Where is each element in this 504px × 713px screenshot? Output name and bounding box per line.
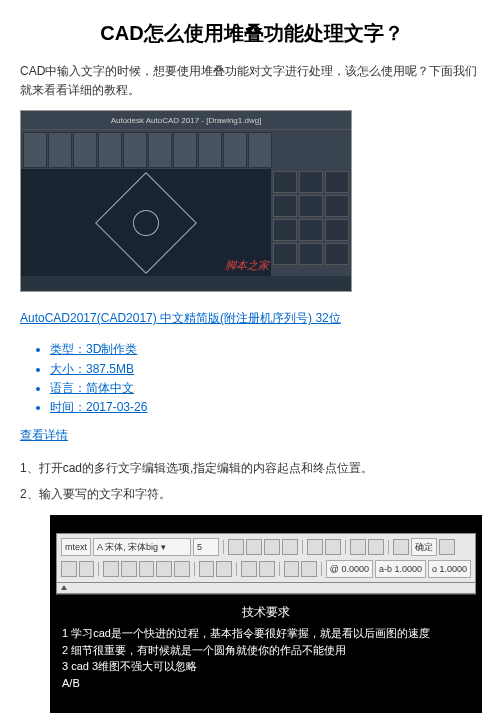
editor-toolbar: mtext A 宋体, 宋体big ▾ 5 确定 bbox=[56, 533, 476, 583]
color-icon bbox=[368, 539, 384, 555]
ribbon-button bbox=[23, 132, 47, 168]
tool-button bbox=[273, 219, 297, 241]
redo-icon bbox=[325, 539, 341, 555]
meta-type[interactable]: 类型：3D制作类 bbox=[50, 340, 484, 359]
bold-icon bbox=[228, 539, 244, 555]
ribbon-button bbox=[98, 132, 122, 168]
list-number-icon bbox=[199, 561, 215, 577]
uppercase-icon bbox=[241, 561, 257, 577]
undo-icon bbox=[307, 539, 323, 555]
tool-button bbox=[325, 219, 349, 241]
ribbon-button bbox=[73, 132, 97, 168]
style-selector: mtext bbox=[61, 538, 91, 556]
stack-icon bbox=[350, 539, 366, 555]
tool-button bbox=[299, 171, 323, 193]
font-selector: A 宋体, 宋体big ▾ bbox=[93, 538, 191, 556]
ribbon-button bbox=[148, 132, 172, 168]
tool-button bbox=[273, 243, 297, 265]
font-size: 5 bbox=[193, 538, 219, 556]
align-dist-icon bbox=[174, 561, 190, 577]
step-2: 2、输入要写的文字和字符。 bbox=[20, 484, 484, 506]
ribbon-button bbox=[48, 132, 72, 168]
content-line: 2 细节很重要，有时候就是一个圆角就使你的作品不能使用 bbox=[62, 642, 470, 659]
tracking: a-b 1.0000 bbox=[375, 560, 426, 578]
watermark: 脚本之家 bbox=[225, 258, 269, 273]
tool-button bbox=[299, 195, 323, 217]
field-icon bbox=[301, 561, 317, 577]
tool-button bbox=[273, 171, 297, 193]
cad-app-title: Autodesk AutoCAD 2017 - [Drawing1.dwg] bbox=[25, 116, 347, 125]
page-title: CAD怎么使用堆叠功能处理文字？ bbox=[20, 20, 484, 47]
align-center-icon bbox=[121, 561, 137, 577]
cad-ribbon bbox=[21, 130, 351, 173]
meta-size[interactable]: 大小：387.5MB bbox=[50, 360, 484, 379]
align-left-icon bbox=[103, 561, 119, 577]
cad-tool-panel bbox=[271, 169, 351, 276]
cad-screenshot: Autodesk AutoCAD 2017 - [Drawing1.dwg] 脚… bbox=[20, 110, 352, 292]
tool-button bbox=[325, 195, 349, 217]
ribbon-button bbox=[248, 132, 272, 168]
content-line: A/B bbox=[62, 675, 470, 692]
tool-button bbox=[299, 219, 323, 241]
content-line: 3 cad 3维图不强大可以忽略 bbox=[62, 658, 470, 675]
tool-button bbox=[325, 171, 349, 193]
toolbar-row-2: @ 0.0000 a-b 1.0000 o 1.0000 bbox=[59, 558, 473, 580]
editor-ruler bbox=[56, 583, 476, 594]
underline-icon bbox=[264, 539, 280, 555]
content-heading: 技术要求 bbox=[62, 603, 470, 621]
more-icon bbox=[79, 561, 95, 577]
intro-text: CAD中输入文字的时候，想要使用堆叠功能对文字进行处理，该怎么使用呢？下面我们就… bbox=[20, 62, 484, 100]
overline-icon bbox=[282, 539, 298, 555]
ribbon-button bbox=[223, 132, 247, 168]
align-right-icon bbox=[139, 561, 155, 577]
toolbar-row-1: mtext A 宋体, 宋体big ▾ 5 确定 bbox=[59, 536, 473, 558]
ruler-icon bbox=[393, 539, 409, 555]
download-link[interactable]: AutoCAD2017(CAD2017) 中文精简版(附注册机序列号) 32位 bbox=[20, 310, 341, 327]
tool-button bbox=[299, 243, 323, 265]
columns-icon bbox=[61, 561, 77, 577]
align-justify-icon bbox=[156, 561, 172, 577]
tool-button bbox=[273, 195, 297, 217]
width-factor: o 1.0000 bbox=[428, 560, 471, 578]
ok-button: 确定 bbox=[411, 538, 437, 556]
cad-titlebar: Autodesk AutoCAD 2017 - [Drawing1.dwg] bbox=[21, 111, 351, 130]
detail-link[interactable]: 查看详情 bbox=[20, 427, 68, 444]
meta-date[interactable]: 时间：2017-03-26 bbox=[50, 398, 484, 417]
ribbon-button bbox=[123, 132, 147, 168]
text-editor-screenshot: mtext A 宋体, 宋体big ▾ 5 确定 bbox=[50, 515, 482, 713]
list-bullet-icon bbox=[216, 561, 232, 577]
options-icon bbox=[439, 539, 455, 555]
ribbon-button bbox=[173, 132, 197, 168]
tool-button bbox=[325, 243, 349, 265]
content-line: 1 学习cad是一个快进的过程，基本指令要很好掌握，就是看以后画图的速度 bbox=[62, 625, 470, 642]
lowercase-icon bbox=[259, 561, 275, 577]
symbol-icon bbox=[284, 561, 300, 577]
meta-language[interactable]: 语言：简体中文 bbox=[50, 379, 484, 398]
wireframe-shape bbox=[95, 172, 197, 274]
editor-content: 技术要求 1 学习cad是一个快进的过程，基本指令要很好掌握，就是看以后画图的速… bbox=[56, 594, 476, 699]
italic-icon bbox=[246, 539, 262, 555]
oblique-angle: @ 0.0000 bbox=[326, 560, 373, 578]
ribbon-button bbox=[198, 132, 222, 168]
meta-list: 类型：3D制作类 大小：387.5MB 语言：简体中文 时间：2017-03-2… bbox=[20, 340, 484, 417]
step-1: 1、打开cad的多行文字编辑选项,指定编辑的内容起点和终点位置。 bbox=[20, 458, 484, 480]
